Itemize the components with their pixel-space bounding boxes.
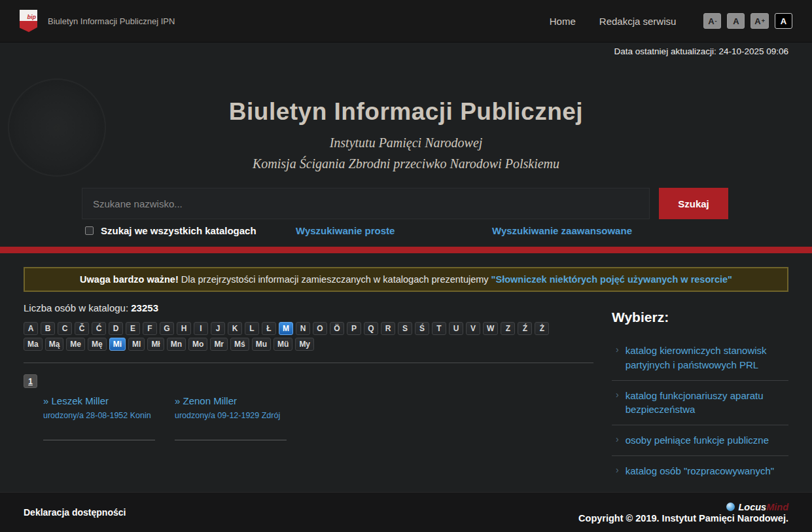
advanced-search-link[interactable]: Wyszukiwanie zaawansowane	[492, 225, 632, 236]
result-card: » Zenon Millerurodzony/a 09-12-1929 Zdró…	[175, 395, 287, 440]
last-update-bar: Data ostatniej aktualizacji: 24-10-2025 …	[0, 43, 812, 60]
letter-row-primary: ABCČĆDEFGHIJKLŁMNOÖPQRSŚTUVWZŹŻ	[24, 322, 593, 338]
letter-button-O[interactable]: O	[313, 322, 327, 335]
letter-button-R[interactable]: R	[381, 322, 395, 335]
notice-bold-text: Uwaga bardzo ważne!	[80, 274, 179, 285]
letter-button-D[interactable]: D	[109, 322, 123, 335]
letter-button-Mi[interactable]: Mi	[109, 338, 126, 351]
bip-logo-text: bip	[27, 14, 37, 20]
all-catalogs-option[interactable]: Szukaj we wszystkich katalogach	[85, 225, 296, 236]
letter-button-Mr[interactable]: Mr	[210, 338, 228, 351]
catalog-count-label: Liczba osób w katalogu:	[24, 302, 128, 313]
result-birth-info: urodzony/a 09-12-1929 Zdrój	[175, 411, 287, 420]
font-increase-button[interactable]: A+	[750, 13, 769, 29]
sidebar-catalog-link[interactable]: katalog funkcjonariuszy aparatu bezpiecz…	[626, 389, 788, 417]
letter-button-Mü[interactable]: Mü	[274, 338, 292, 351]
main-columns: Liczba osób w katalogu: 23253 ABCČĆDEFGH…	[24, 300, 788, 486]
notice-text: Dla przejrzystości informacji zamieszcza…	[179, 274, 491, 285]
sidebar: Wybierz: ›katalog kierowniczych stanowis…	[612, 300, 788, 486]
results-row: » Leszek Millerurodzony/a 28-08-1952 Kon…	[24, 395, 593, 440]
letter-button-Mł[interactable]: Mł	[147, 338, 164, 351]
sidebar-catalog-link[interactable]: katalog osób "rozpracowywanych"	[626, 464, 774, 478]
letter-button-C[interactable]: C	[58, 322, 72, 335]
letter-row-secondary: MaMąMeMęMiMlMłMnMoMrMśMuMüMy	[24, 338, 593, 353]
top-navigation: Home Redakcja serwisu A-AA+A	[550, 13, 792, 29]
chevron-right-icon: ›	[616, 390, 619, 399]
pagination-page-1[interactable]: 1	[24, 374, 37, 388]
sidebar-item[interactable]: ›osoby pełniące funkcje publiczne	[612, 425, 788, 456]
letter-button-Č[interactable]: Č	[75, 322, 89, 335]
letter-button-W[interactable]: W	[483, 322, 498, 335]
letter-button-G[interactable]: G	[160, 322, 174, 335]
letter-button-Ł[interactable]: Ł	[262, 322, 276, 335]
letter-button-Mę[interactable]: Mę	[88, 338, 107, 351]
simple-search-link[interactable]: Wyszukiwanie proste	[296, 225, 492, 236]
letter-button-P[interactable]: P	[347, 322, 361, 335]
sidebar-catalog-link[interactable]: osoby pełniące funkcje publiczne	[626, 433, 769, 448]
page: bip Biuletyn Informacji Publicznej IPN H…	[0, 0, 812, 532]
letter-button-Mu[interactable]: Mu	[252, 338, 271, 351]
letter-button-J[interactable]: J	[211, 322, 225, 335]
sidebar-catalog-link[interactable]: katalog kierowniczych stanowisk partyjny…	[626, 344, 788, 372]
bip-flag-logo-icon[interactable]: bip	[20, 10, 37, 32]
letter-button-Ć[interactable]: Ć	[92, 322, 106, 335]
sidebar-heading: Wybierz:	[612, 310, 788, 325]
subtitle-commission: Komisja Ścigania Zbrodni przeciwko Narod…	[0, 156, 812, 171]
lightbulb-icon	[726, 503, 735, 511]
footer-left: Deklaracja dostępności	[24, 506, 126, 518]
letter-button-Me[interactable]: Me	[66, 338, 85, 351]
letter-button-Ml[interactable]: Ml	[128, 338, 145, 351]
search-input[interactable]	[82, 188, 650, 219]
letter-button-My[interactable]: My	[295, 338, 314, 351]
letter-button-Mś[interactable]: Mś	[230, 338, 249, 351]
letter-button-Ź[interactable]: Ź	[518, 322, 532, 335]
letter-button-Ż[interactable]: Ż	[535, 322, 549, 335]
page-title: Biuletyn Informacji Publicznej	[0, 98, 812, 126]
letter-button-Mn[interactable]: Mn	[167, 338, 186, 351]
result-name-link[interactable]: » Leszek Miller	[43, 395, 155, 406]
result-name-link[interactable]: » Zenon Miller	[175, 395, 287, 406]
font-decrease-button[interactable]: A-	[703, 13, 721, 29]
letter-button-U[interactable]: U	[449, 322, 463, 335]
letter-button-E[interactable]: E	[126, 322, 140, 335]
letter-button-S[interactable]: S	[398, 322, 412, 335]
bip-flag-red-part	[20, 21, 37, 32]
results-top-divider	[24, 363, 593, 363]
letter-button-Q[interactable]: Q	[364, 322, 378, 335]
letter-button-K[interactable]: K	[228, 322, 242, 335]
letter-button-A[interactable]: A	[24, 322, 38, 335]
letter-button-Ś[interactable]: Ś	[415, 322, 429, 335]
letter-button-H[interactable]: H	[177, 322, 191, 335]
letter-button-V[interactable]: V	[466, 322, 480, 335]
font-size-controls: A-AA+A	[703, 13, 792, 29]
letter-button-F[interactable]: F	[143, 322, 157, 335]
glossary-link[interactable]: "Słowniczek niektórych pojęć używanych w…	[491, 274, 732, 285]
site-title: Biuletyn Informacji Publicznej IPN	[48, 16, 175, 26]
letter-button-Mą[interactable]: Mą	[45, 338, 64, 351]
nav-redakcja-link[interactable]: Redakcja serwisu	[599, 16, 677, 27]
locusmind-brand: LocusMind	[578, 502, 788, 512]
nav-home-link[interactable]: Home	[550, 16, 576, 27]
all-catalogs-checkbox[interactable]	[85, 226, 94, 235]
search-button[interactable]: Szukaj	[659, 188, 728, 219]
letter-button-L[interactable]: L	[245, 322, 259, 335]
letter-button-Ma[interactable]: Ma	[24, 338, 43, 351]
sidebar-item[interactable]: ›katalog funkcjonariuszy aparatu bezpiec…	[612, 381, 788, 426]
high-contrast-button[interactable]: A	[775, 13, 792, 29]
red-divider-stripe	[0, 247, 812, 253]
letter-button-Z[interactable]: Z	[501, 322, 515, 335]
accessibility-declaration-link[interactable]: Deklaracja dostępności	[24, 507, 126, 518]
result-card: » Leszek Millerurodzony/a 28-08-1952 Kon…	[43, 395, 155, 440]
letter-button-N[interactable]: N	[296, 322, 310, 335]
bip-flag-white-part: bip	[20, 10, 37, 21]
sidebar-item[interactable]: ›katalog osób "rozpracowywanych"	[612, 456, 788, 486]
letter-button-M[interactable]: M	[279, 322, 293, 335]
sidebar-item[interactable]: ›katalog kierowniczych stanowisk partyjn…	[612, 336, 788, 381]
brand-locus-text: Locus	[738, 502, 766, 512]
letter-button-I[interactable]: I	[194, 322, 208, 335]
letter-button-T[interactable]: T	[432, 322, 446, 335]
letter-button-Ö[interactable]: Ö	[330, 322, 344, 335]
font-normal-button[interactable]: A	[727, 13, 745, 29]
letter-button-B[interactable]: B	[41, 322, 55, 335]
letter-button-Mo[interactable]: Mo	[188, 338, 207, 351]
